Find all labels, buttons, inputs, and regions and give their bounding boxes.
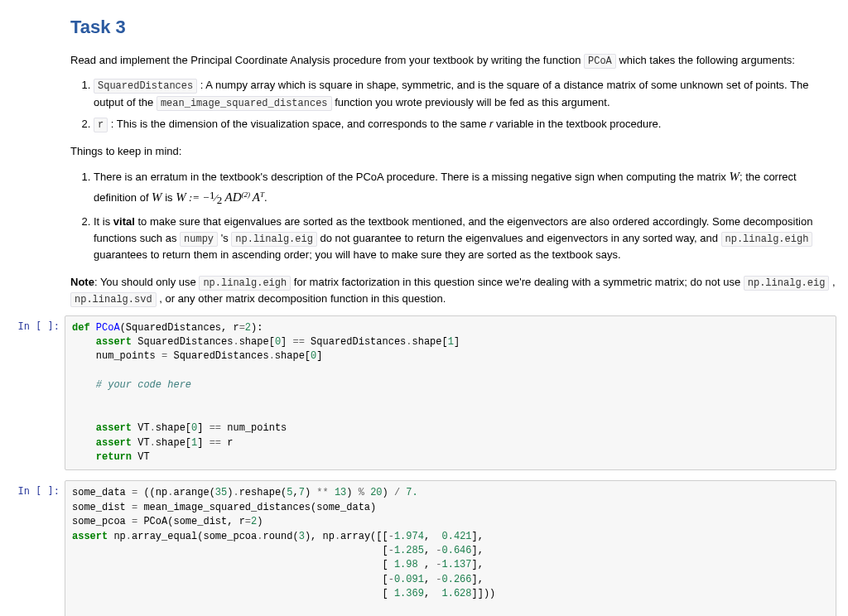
code-input-1[interactable]: def PCoA(SquaredDistances, r=2): assert … [65,315,836,471]
l3-op2: . [269,350,275,362]
l3-rest: num_points [96,350,161,362]
l6-indent [72,437,96,449]
l6-kw: assert [96,437,132,449]
note2-a: It is [94,215,113,228]
l5-mid: ] [197,422,209,434]
markdown-cell: Task 3 Read and implement the Principal … [0,13,848,307]
code-cell-2: In [ ]: some_data = ((np.arange(35).resh… [0,480,848,616]
math-W2: W [152,191,162,204]
pcoa-code: PCoA [584,54,616,69]
c2l2: some_dist = mean_image_squared_distances… [72,502,376,513]
intro-paragraph: Read and implement the Principal Coordin… [70,52,836,69]
note-c: for matrix factorization in this questio… [291,276,744,288]
l2-rest2: SquaredDistances [305,336,406,348]
note-bold: Note [70,276,94,288]
arg-item-1: SquaredDistances : A numpy array which i… [94,77,836,111]
l1-rest: (SquaredDistances, r [120,322,239,334]
l6-rest2: r [221,437,233,449]
fn-name: PCoA [96,322,120,334]
note2-bold: vital [113,215,135,228]
l2-op2: == [292,336,304,348]
l2-n0: 0 [275,336,281,348]
l2-op3: . [406,336,412,348]
l7-indent [72,451,96,463]
l2-m2: shape[ [412,336,448,348]
l2-mid: ] [281,336,292,348]
l5-kw: assert [96,422,132,434]
note2-c: 's [218,232,231,244]
arguments-list: SquaredDistances : A numpy array which i… [70,77,836,133]
notes-list: There is an erratum in the textbook's de… [70,167,836,263]
l6-m: shape[ [156,437,191,449]
note-e: , or any other matrix decomposition func… [157,292,446,305]
l5-m: shape[ [156,422,191,434]
note-d: , [829,276,835,288]
c2l4b: [-1.285, -0.646], [72,545,484,556]
l5-op: . [150,422,156,434]
task-title: Task 3 [70,13,836,41]
things-heading: Things to keep in mind: [70,143,836,160]
arg1-code: SquaredDistances [94,79,197,94]
c2l4a: assert np.array_equal(some_pcoa.round(3)… [72,531,484,542]
notebook: Task 3 Read and implement the Principal … [0,0,848,616]
l7-kw: return [96,451,132,463]
l3-m: shape[ [275,350,311,362]
note-code1: np.linalg.eigh [199,276,291,291]
l7-rest: VT [132,451,150,463]
l4-cm: # your code here [96,379,191,391]
l1-op: = [239,322,245,334]
l2-op1: . [233,336,238,348]
intro-text-a: Read and implement the Principal Coordin… [70,54,584,66]
l6-op: . [150,437,156,449]
note-code3: np.linalg.svd [70,292,157,307]
note1-c: is [162,191,176,204]
blank2 [72,394,96,406]
intro-text-b: which takes the following arguments: [616,54,795,66]
blank3 [72,408,96,420]
l4-indent [72,379,96,391]
arg-item-2: r : This is the dimension of the visuali… [94,116,836,133]
l5-rest: VT [132,422,150,434]
input-prompt-2: In [ ]: [8,480,65,497]
c2l4c: [ 1.98 , -1.137], [72,559,484,570]
note-code2: np.linalg.eig [744,276,830,291]
code-cell-1: In [ ]: def PCoA(SquaredDistances, r=2):… [0,315,848,481]
l2-end: ] [454,336,460,348]
l5-op2: == [210,422,221,434]
arg1-code2: mean_image_squared_distances [157,96,332,111]
l6-rest: VT [132,437,150,449]
c2l4d: [-0.091, -0.266], [72,574,484,585]
l3-indent [72,350,96,362]
arg2-desc-b: variable in the textbook procedure. [493,118,661,130]
l6-mid: ] [197,437,209,449]
l5-indent [72,422,96,434]
arg2-code: r [94,118,108,132]
l6-op2: == [210,437,221,449]
note1-a: There is an erratum in the textbook's de… [94,171,729,183]
note2-code3: np.linalg.eigh [721,232,813,247]
note-item-2: It is vital to make sure that eigenvalue… [94,214,836,264]
note-paragraph: Note: You should only use np.linalg.eigh… [70,274,836,307]
note-item-1: There is an erratum in the textbook's de… [94,167,836,208]
kw-def: def [72,322,96,334]
c2l4e: [ 1.369, 1.628]])) [72,588,495,599]
note2-e: guarantees to return them in ascending o… [94,248,621,261]
code-input-2[interactable]: some_data = ((np.arange(35).reshape(5,7)… [65,480,836,616]
note-b: : You should only use [94,276,200,288]
note2-code1: numpy [180,232,218,247]
l2-n1: 1 [448,336,454,348]
l2-rest: SquaredDistances [132,336,233,348]
arg2-desc-a: : This is the dimension of the visualiza… [108,118,489,130]
l3-rest2: SquaredDistances [167,350,268,362]
l1-close: ): [251,322,263,334]
c2l1: some_data = ((np.arange(35).reshape(5,7)… [72,487,418,498]
l2-m: shape[ [239,336,275,348]
note2-d: do not guarantee to return the eigenvalu… [317,232,721,244]
math-formula: W := −1⁄2 AD(2) AT [176,191,264,204]
note2-code2: np.linalg.eig [231,232,317,247]
l3-end: ] [316,350,322,362]
l2-indent [72,336,96,348]
l1-num: 2 [245,322,251,334]
l2-kw: assert [96,336,132,348]
math-W1: W [729,171,740,183]
